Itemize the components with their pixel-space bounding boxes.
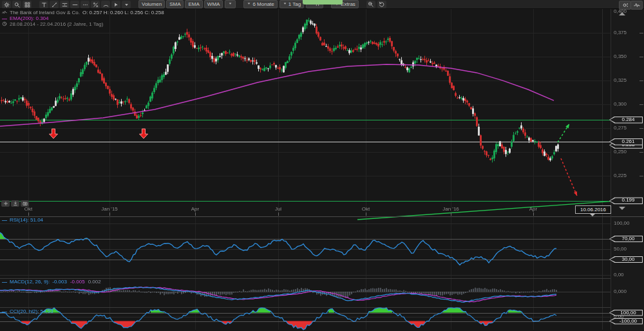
rsi-legend: — RSI(14): 51.04 (2, 217, 43, 223)
axis-scroll-up-icon[interactable] (619, 12, 625, 15)
grid-icon (24, 0, 30, 10)
cci-legend-dash: — (2, 308, 7, 314)
price-axis-label: 0,325 (614, 78, 639, 83)
price-axis-label: 50,00 (614, 247, 639, 252)
timeframe-button[interactable]: 6 Monate (243, 0, 277, 8)
macd-legend-dash: — (2, 279, 7, 285)
search-button[interactable] (12, 1, 21, 8)
indicator-button-ema[interactable]: EMA (185, 0, 202, 8)
cci-legend: — CCI(20, hl2): 54,53 (2, 308, 53, 314)
macd-value-1: -0.005 (70, 279, 85, 285)
download-button[interactable] (11, 200, 19, 207)
cci-legend-text: CCI(20, hl2): 54,53 (10, 308, 53, 314)
fib-tool-icon (62, 0, 68, 10)
axis-scroll-down-icon[interactable] (619, 207, 625, 210)
arc-tool-icon (103, 0, 109, 10)
indicator-button-sma[interactable]: SMA (166, 0, 184, 8)
interval-button[interactable]: 1 Tag (279, 0, 304, 8)
rsi-legend-text: RSI(14): 51.04 (10, 217, 43, 223)
chart-settings-button[interactable] (619, 1, 631, 10)
price-axis-label: 0,400 (614, 9, 639, 14)
rsi-level-tag-text: 30,00 (615, 256, 641, 263)
add-panel-button[interactable] (1, 200, 10, 207)
rsi-level-tag-text: 70,00 (615, 236, 641, 242)
cursor-tool-button[interactable] (111, 1, 120, 8)
hline-tool-icon (72, 0, 78, 10)
time-axis-label: Okt (362, 206, 370, 212)
price-axis-label: 0,275 (614, 126, 639, 131)
cursor-tool-icon (113, 0, 119, 10)
price-axis-label: 0,225 (614, 173, 639, 178)
grid-button[interactable] (23, 1, 32, 8)
macd-legend-text: MACD(12, 26, 9): (10, 279, 50, 285)
hline-tool-button[interactable] (70, 1, 79, 8)
clock-icon (2, 21, 7, 28)
caret-down-button[interactable] (122, 1, 131, 8)
time-axis-label: Apr (529, 206, 537, 212)
cci-level-tag-text: -100,00 (615, 318, 641, 325)
time-axis-label: Apr (191, 206, 199, 212)
price-level-tag[interactable]: 0.284 (609, 117, 643, 124)
price-level-tag-text: 0.261 (615, 138, 641, 146)
extras-label: Extras (341, 1, 355, 8)
add-indicator-button[interactable] (225, 0, 236, 8)
more-dots-tool-button[interactable] (80, 1, 90, 8)
undo-button[interactable] (377, 1, 386, 8)
ohlc-values: O: 0.257 H: 0.260 L: 0.256 C: 0.258 (82, 10, 164, 15)
caret-down-icon (124, 0, 129, 10)
search-icon (14, 0, 20, 10)
text-tool-button[interactable] (39, 1, 48, 8)
text-tool-icon (41, 0, 47, 10)
percent-tool-icon (93, 0, 99, 10)
price-level-tag[interactable]: 0.261 (609, 138, 643, 146)
fib-tool-button[interactable] (60, 1, 69, 8)
price-axis-label: 0,300 (614, 102, 639, 107)
rsi-level-tag[interactable]: 30,00 (609, 256, 643, 263)
chart-legend: The Bank of Ireland Gov & Co. O: 0.257 H… (2, 10, 164, 28)
gear-button[interactable] (2, 1, 11, 8)
macd-legend: — MACD(12, 26, 9): -0.003-0.0050.002 (2, 279, 101, 285)
notification-popup[interactable] (303, 0, 343, 5)
percent-tool-button[interactable] (91, 1, 100, 8)
time-axis-label: Jan '15 (101, 206, 118, 212)
more-dots-tool-icon (82, 0, 88, 10)
rsi-level-tag[interactable]: 70,00 (609, 236, 643, 242)
price-axis-label: 0,350 (614, 54, 639, 59)
interval-label: 1 Tag (289, 1, 301, 8)
time-axis-label: Jan '16 (442, 206, 459, 212)
pencil-tool-button[interactable] (50, 1, 59, 8)
time-axis-label: Okt (24, 206, 32, 212)
stream-mode-button[interactable] (630, 1, 643, 10)
price-level-tag[interactable]: 0.199 (609, 197, 643, 204)
time-axis-label: Jul (275, 206, 281, 212)
pencil-tool-icon (52, 0, 57, 10)
price-axis-label: 0,000 (614, 289, 639, 294)
gear-icon (4, 0, 10, 10)
indicator-button-wma[interactable]: WMA (204, 0, 223, 8)
price-axis-label: 0,375 (614, 30, 639, 35)
price-level-tag-text: 0.284 (615, 117, 641, 124)
rsi-legend-dash: — (2, 217, 7, 223)
cci-level-tag-text: 100,00 (615, 310, 641, 316)
zoom-out-button[interactable] (366, 1, 375, 8)
ema-legend-dash: — (2, 16, 7, 21)
period-label: 28.08.2014 - 22.04.2016 (2 Jahre, 1 Tag) (10, 22, 103, 27)
chart-application: VolumenSMAEMAWMA 6 Monate 1 Tag Extras T… (0, 0, 644, 331)
instrument-title: The Bank of Ireland Gov & Co. (10, 10, 80, 15)
cci-level-tag[interactable]: -100,00 (609, 318, 643, 325)
cci-level-tag[interactable]: 100,00 (609, 310, 643, 316)
arc-tool-button[interactable] (101, 1, 110, 8)
projection-date-tag[interactable]: 10.06.2016 (575, 205, 611, 214)
indicator-button-volumen[interactable]: Volumen (138, 0, 165, 8)
macd-value-0: -0.003 (52, 279, 67, 285)
macd-value-2: 0.002 (88, 279, 101, 285)
timeframe-label: 6 Monate (252, 1, 274, 8)
price-axis-label: 0,250 (614, 149, 639, 155)
ema-legend: EMA(200): 0.304 (10, 16, 48, 21)
price-axis-label: 100,00 (614, 221, 639, 226)
price-axis-label: 0,00 (614, 272, 639, 278)
snapshot-button[interactable] (21, 200, 29, 207)
price-level-tag-text: 0.199 (615, 197, 641, 204)
